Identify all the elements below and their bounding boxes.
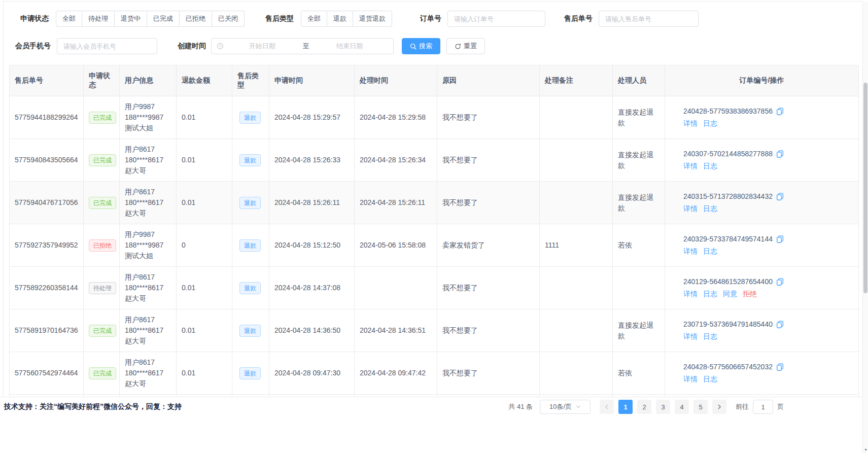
cell-handle-time: 2024-04-28 15:29:58 bbox=[355, 96, 437, 139]
cell-aftersale-no: 5775892260358144 bbox=[10, 267, 84, 309]
copy-icon[interactable] bbox=[776, 278, 784, 286]
tech-support-text: 技术支持：关注“编写美好前程”微信公众号，回复：支持 bbox=[4, 402, 182, 411]
copy-icon[interactable] bbox=[776, 193, 784, 200]
table-row: 5775891970164736已完成用户8617180****8617赵大哥0… bbox=[10, 309, 859, 352]
aftersale-type-tag: 退款 bbox=[239, 325, 261, 337]
table-row: 5775607542974464已完成用户8617180****8617赵大哥0… bbox=[10, 352, 859, 395]
cell-handle-time: 2024-04-28 15:26:11 bbox=[355, 182, 437, 224]
end-date-placeholder: 结束日期 bbox=[311, 42, 389, 51]
cell-aftersale-no: 5775927357949952 bbox=[10, 224, 84, 267]
search-button[interactable]: 搜索 bbox=[402, 38, 440, 54]
cell-aftersale-no: 5775940476717056 bbox=[10, 182, 84, 224]
aftersale-type-tag: 退款 bbox=[239, 239, 261, 252]
cell-handle-time: 2024-04-28 14:36:51 bbox=[355, 309, 437, 352]
type-filter-return-refund[interactable]: 退货退款 bbox=[353, 11, 392, 27]
cell-handle-remark bbox=[540, 96, 613, 139]
user-info-line: 用户9987 bbox=[125, 101, 171, 112]
search-icon bbox=[410, 43, 416, 50]
cell-reason: 我不想要了 bbox=[437, 267, 540, 309]
action-link[interactable]: 日志 bbox=[703, 290, 717, 298]
cell-aftersale-type: 退款 bbox=[232, 309, 269, 352]
action-link[interactable]: 日志 bbox=[703, 247, 717, 255]
status-tag: 已完成 bbox=[89, 325, 116, 337]
action-link[interactable]: 详情 bbox=[683, 375, 698, 383]
cell-aftersale-type: 退款 bbox=[232, 224, 269, 267]
aftersale-type-tag: 退款 bbox=[239, 367, 261, 379]
user-info-line: 188****9987 bbox=[125, 112, 171, 123]
status-tag: 已完成 bbox=[89, 197, 116, 209]
goto-page-input[interactable] bbox=[753, 400, 773, 414]
status-filter-all[interactable]: 全部 bbox=[56, 11, 82, 27]
cell-refund-amount: 0.01 bbox=[177, 96, 232, 139]
action-link[interactable]: 同意 bbox=[723, 290, 737, 298]
status-filter-rejected[interactable]: 已拒绝 bbox=[180, 11, 212, 27]
copy-icon[interactable] bbox=[776, 363, 784, 371]
page-size-select[interactable]: 10条/页 bbox=[540, 400, 591, 414]
order-no-input[interactable] bbox=[447, 11, 545, 27]
action-link[interactable]: 详情 bbox=[683, 204, 698, 213]
cell-apply-status: 待处理 bbox=[84, 267, 120, 309]
status-filter-completed[interactable]: 已完成 bbox=[147, 11, 180, 27]
cell-reason: 我不想要了 bbox=[437, 352, 540, 395]
scrollbar-down-arrow[interactable]: ▾ bbox=[863, 447, 868, 452]
action-link[interactable]: 详情 bbox=[683, 247, 698, 255]
member-phone-input[interactable] bbox=[57, 38, 157, 54]
status-tag: 已完成 bbox=[89, 367, 116, 379]
action-link[interactable]: 日志 bbox=[703, 332, 717, 340]
cell-apply-time: 2024-04-28 14:36:50 bbox=[269, 309, 355, 352]
aftersale-no-input[interactable] bbox=[599, 11, 699, 27]
copy-icon[interactable] bbox=[776, 235, 784, 243]
row-actions: 详情日志 bbox=[683, 331, 853, 342]
status-filter-pending[interactable]: 待处理 bbox=[82, 11, 115, 27]
type-filter-refund[interactable]: 退款 bbox=[327, 11, 353, 27]
reset-button[interactable]: 重置 bbox=[446, 38, 485, 54]
header-user-info: 用户信息 bbox=[120, 65, 177, 96]
order-no-label: 订单号 bbox=[420, 14, 441, 23]
copy-icon[interactable] bbox=[776, 150, 784, 158]
cell-handle-remark bbox=[540, 309, 613, 352]
create-time-range-picker[interactable]: 开始日期 至 结束日期 bbox=[211, 38, 394, 54]
aftersale-table-wrap: 售后单号 申请状态 用户信息 退款金额 售后类型 申请时间 处理时间 原因 处理… bbox=[9, 65, 859, 397]
vertical-scrollbar[interactable]: ▾ bbox=[862, 2, 868, 453]
action-link[interactable]: 日志 bbox=[703, 375, 717, 383]
status-filter-returning[interactable]: 退货中 bbox=[115, 11, 147, 27]
action-link[interactable]: 详情 bbox=[683, 290, 698, 298]
cell-apply-time: 2024-04-28 15:12:50 bbox=[269, 224, 355, 267]
next-page-button[interactable] bbox=[712, 400, 726, 414]
cell-user-info: 用户8617180****8617赵大哥 bbox=[120, 267, 177, 309]
status-tag: 待处理 bbox=[89, 282, 116, 294]
action-link[interactable]: 详情 bbox=[683, 332, 698, 340]
cell-order-ops: 240307-5702144858277888详情日志 bbox=[665, 139, 859, 182]
type-filter-all[interactable]: 全部 bbox=[301, 11, 327, 27]
action-link[interactable]: 详情 bbox=[683, 119, 698, 127]
cell-user-info: 用户8617180****8617赵大哥 bbox=[120, 309, 177, 352]
cell-apply-time: 2024-04-28 15:29:57 bbox=[269, 96, 355, 139]
cell-apply-status: 已完成 bbox=[84, 139, 120, 182]
user-info-line: 测试大姐 bbox=[125, 251, 171, 261]
row-actions: 详情日志同意拒绝 bbox=[683, 289, 853, 299]
copy-icon[interactable] bbox=[776, 321, 784, 328]
page-button-2[interactable]: 2 bbox=[637, 400, 651, 414]
action-link[interactable]: 拒绝 bbox=[743, 290, 757, 298]
cell-handle-remark bbox=[540, 182, 613, 224]
cell-refund-amount: 0.01 bbox=[177, 182, 232, 224]
action-link[interactable]: 日志 bbox=[703, 204, 717, 213]
action-link[interactable]: 日志 bbox=[703, 162, 717, 170]
page-button-1[interactable]: 1 bbox=[618, 400, 633, 414]
order-number: 240329-5733784749574144 bbox=[683, 234, 773, 245]
page-button-3[interactable]: 3 bbox=[656, 400, 670, 414]
copy-icon[interactable] bbox=[776, 108, 784, 115]
prev-page-button[interactable] bbox=[600, 400, 614, 414]
page-button-5[interactable]: 5 bbox=[693, 400, 708, 414]
header-handler: 处理人员 bbox=[613, 65, 665, 96]
header-handle-time: 处理时间 bbox=[355, 65, 437, 96]
action-link[interactable]: 日志 bbox=[703, 119, 717, 127]
action-link[interactable]: 详情 bbox=[683, 162, 698, 170]
aftersale-type-tag: 退款 bbox=[239, 282, 261, 294]
total-count: 共 41 条 bbox=[508, 402, 533, 411]
status-tag: 已拒绝 bbox=[89, 239, 116, 252]
scrollbar-thumb[interactable] bbox=[863, 83, 867, 293]
status-filter-closed[interactable]: 已关闭 bbox=[212, 11, 245, 27]
page-button-4[interactable]: 4 bbox=[675, 400, 689, 414]
user-info-line: 用户8617 bbox=[125, 357, 171, 368]
